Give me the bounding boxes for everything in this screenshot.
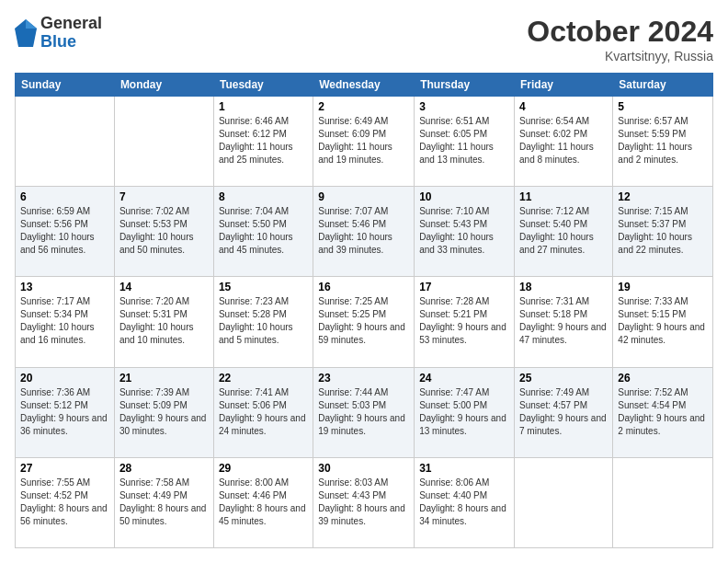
day-cell: 9Sunrise: 7:07 AMSunset: 5:46 PMDaylight… <box>313 187 415 277</box>
day-number: 3 <box>419 100 509 113</box>
title-block: October 2024 Kvartsitnyy, Russia <box>527 15 713 63</box>
day-number: 22 <box>219 372 308 385</box>
day-info: Sunrise: 7:20 AMSunset: 5:31 PMDaylight:… <box>119 295 209 347</box>
day-cell: 3Sunrise: 6:51 AMSunset: 6:05 PMDaylight… <box>415 97 515 187</box>
day-info: Sunrise: 7:33 AMSunset: 5:15 PMDaylight:… <box>618 295 708 347</box>
week-row-5: 27Sunrise: 7:55 AMSunset: 4:52 PMDayligh… <box>16 457 713 547</box>
day-number: 14 <box>119 281 209 293</box>
day-info: Sunrise: 7:04 AMSunset: 5:50 PMDaylight:… <box>219 205 308 257</box>
day-info: Sunrise: 7:17 AMSunset: 5:34 PMDaylight:… <box>20 295 109 347</box>
day-cell: 8Sunrise: 7:04 AMSunset: 5:50 PMDaylight… <box>213 187 313 277</box>
day-info: Sunrise: 7:41 AMSunset: 5:06 PMDaylight:… <box>219 386 308 438</box>
day-number: 9 <box>318 190 409 203</box>
day-info: Sunrise: 6:54 AMSunset: 6:02 PMDaylight:… <box>519 115 608 167</box>
day-info: Sunrise: 6:49 AMSunset: 6:09 PMDaylight:… <box>318 115 409 167</box>
day-number: 18 <box>519 281 608 293</box>
day-cell: 4Sunrise: 6:54 AMSunset: 6:02 PMDaylight… <box>515 97 613 187</box>
col-sunday: Sunday <box>16 74 115 97</box>
day-cell: 5Sunrise: 6:57 AMSunset: 5:59 PMDaylight… <box>613 97 713 187</box>
day-info: Sunrise: 7:02 AMSunset: 5:53 PMDaylight:… <box>119 205 209 257</box>
day-info: Sunrise: 7:52 AMSunset: 4:54 PMDaylight:… <box>618 386 708 438</box>
day-cell: 11Sunrise: 7:12 AMSunset: 5:40 PMDayligh… <box>515 187 613 277</box>
day-number: 25 <box>519 372 608 385</box>
day-cell: 27Sunrise: 7:55 AMSunset: 4:52 PMDayligh… <box>16 457 115 547</box>
day-info: Sunrise: 7:15 AMSunset: 5:37 PMDaylight:… <box>618 205 708 257</box>
day-cell: 7Sunrise: 7:02 AMSunset: 5:53 PMDaylight… <box>114 187 213 277</box>
logo: General Blue <box>15 15 102 52</box>
logo-blue: Blue <box>40 33 102 52</box>
day-cell: 12Sunrise: 7:15 AMSunset: 5:37 PMDayligh… <box>613 187 713 277</box>
day-number: 29 <box>219 462 308 475</box>
day-info: Sunrise: 8:00 AMSunset: 4:46 PMDaylight:… <box>219 477 308 528</box>
day-number: 17 <box>419 281 509 293</box>
day-number: 10 <box>419 190 509 203</box>
day-info: Sunrise: 7:07 AMSunset: 5:46 PMDaylight:… <box>318 205 409 257</box>
col-thursday: Thursday <box>415 74 515 97</box>
day-cell: 24Sunrise: 7:47 AMSunset: 5:00 PMDayligh… <box>415 367 515 457</box>
day-number: 5 <box>618 100 708 113</box>
day-info: Sunrise: 7:55 AMSunset: 4:52 PMDaylight:… <box>20 477 109 528</box>
day-info: Sunrise: 6:46 AMSunset: 6:12 PMDaylight:… <box>219 115 308 167</box>
day-number: 27 <box>20 462 109 475</box>
day-number: 11 <box>519 190 608 203</box>
day-number: 19 <box>618 281 708 293</box>
day-cell: 31Sunrise: 8:06 AMSunset: 4:40 PMDayligh… <box>415 457 515 547</box>
day-cell <box>515 457 613 547</box>
week-row-1: 1Sunrise: 6:46 AMSunset: 6:12 PMDaylight… <box>16 97 713 187</box>
day-info: Sunrise: 8:03 AMSunset: 4:43 PMDaylight:… <box>318 477 409 528</box>
day-cell: 26Sunrise: 7:52 AMSunset: 4:54 PMDayligh… <box>613 367 713 457</box>
day-info: Sunrise: 6:59 AMSunset: 5:56 PMDaylight:… <box>20 205 109 257</box>
logo-icon <box>15 19 37 47</box>
day-cell: 18Sunrise: 7:31 AMSunset: 5:18 PMDayligh… <box>515 277 613 367</box>
day-cell: 22Sunrise: 7:41 AMSunset: 5:06 PMDayligh… <box>213 367 313 457</box>
page: General Blue October 2024 Kvartsitnyy, R… <box>0 0 728 563</box>
col-tuesday: Tuesday <box>213 74 313 97</box>
header: General Blue October 2024 Kvartsitnyy, R… <box>15 15 713 63</box>
day-number: 16 <box>318 281 409 293</box>
day-cell: 2Sunrise: 6:49 AMSunset: 6:09 PMDaylight… <box>313 97 415 187</box>
day-cell: 15Sunrise: 7:23 AMSunset: 5:28 PMDayligh… <box>213 277 313 367</box>
day-cell: 6Sunrise: 6:59 AMSunset: 5:56 PMDaylight… <box>16 187 115 277</box>
day-number: 7 <box>119 190 209 203</box>
day-cell: 14Sunrise: 7:20 AMSunset: 5:31 PMDayligh… <box>114 277 213 367</box>
week-row-4: 20Sunrise: 7:36 AMSunset: 5:12 PMDayligh… <box>16 367 713 457</box>
day-cell: 17Sunrise: 7:28 AMSunset: 5:21 PMDayligh… <box>415 277 515 367</box>
day-info: Sunrise: 7:58 AMSunset: 4:49 PMDaylight:… <box>119 477 209 528</box>
day-cell: 25Sunrise: 7:49 AMSunset: 4:57 PMDayligh… <box>515 367 613 457</box>
day-number: 24 <box>419 372 509 385</box>
col-wednesday: Wednesday <box>313 74 415 97</box>
day-cell: 23Sunrise: 7:44 AMSunset: 5:03 PMDayligh… <box>313 367 415 457</box>
day-cell: 20Sunrise: 7:36 AMSunset: 5:12 PMDayligh… <box>16 367 115 457</box>
day-info: Sunrise: 6:51 AMSunset: 6:05 PMDaylight:… <box>419 115 509 167</box>
day-info: Sunrise: 7:28 AMSunset: 5:21 PMDaylight:… <box>419 295 509 347</box>
week-row-3: 13Sunrise: 7:17 AMSunset: 5:34 PMDayligh… <box>16 277 713 367</box>
day-number: 23 <box>318 372 409 385</box>
col-friday: Friday <box>515 74 613 97</box>
day-number: 20 <box>20 372 109 385</box>
day-info: Sunrise: 7:12 AMSunset: 5:40 PMDaylight:… <box>519 205 608 257</box>
header-row: Sunday Monday Tuesday Wednesday Thursday… <box>16 74 713 97</box>
day-info: Sunrise: 8:06 AMSunset: 4:40 PMDaylight:… <box>419 477 509 528</box>
day-info: Sunrise: 7:47 AMSunset: 5:00 PMDaylight:… <box>419 386 509 438</box>
day-info: Sunrise: 7:31 AMSunset: 5:18 PMDaylight:… <box>519 295 608 347</box>
day-number: 15 <box>219 281 308 293</box>
day-cell: 30Sunrise: 8:03 AMSunset: 4:43 PMDayligh… <box>313 457 415 547</box>
day-number: 31 <box>419 462 509 475</box>
day-cell: 10Sunrise: 7:10 AMSunset: 5:43 PMDayligh… <box>415 187 515 277</box>
day-info: Sunrise: 7:44 AMSunset: 5:03 PMDaylight:… <box>318 386 409 438</box>
day-cell <box>16 97 115 187</box>
day-number: 8 <box>219 190 308 203</box>
day-number: 28 <box>119 462 209 475</box>
col-saturday: Saturday <box>613 74 713 97</box>
day-cell <box>613 457 713 547</box>
day-cell: 28Sunrise: 7:58 AMSunset: 4:49 PMDayligh… <box>114 457 213 547</box>
day-number: 21 <box>119 372 209 385</box>
day-info: Sunrise: 7:25 AMSunset: 5:25 PMDaylight:… <box>318 295 409 347</box>
day-number: 1 <box>219 100 308 113</box>
day-number: 30 <box>318 462 409 475</box>
day-cell: 19Sunrise: 7:33 AMSunset: 5:15 PMDayligh… <box>613 277 713 367</box>
location: Kvartsitnyy, Russia <box>527 49 713 63</box>
day-info: Sunrise: 7:23 AMSunset: 5:28 PMDaylight:… <box>219 295 308 347</box>
day-info: Sunrise: 7:39 AMSunset: 5:09 PMDaylight:… <box>119 386 209 438</box>
day-info: Sunrise: 6:57 AMSunset: 5:59 PMDaylight:… <box>618 115 708 167</box>
